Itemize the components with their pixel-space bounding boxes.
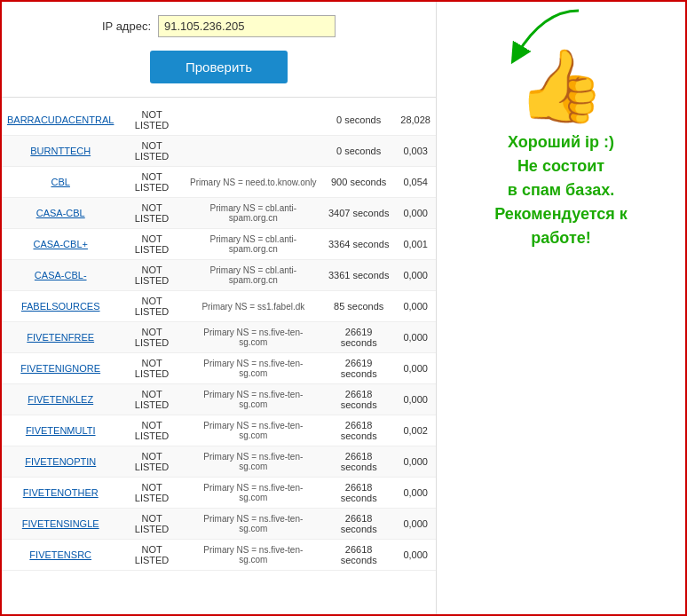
time-cell: 85 seconds xyxy=(322,291,395,322)
time-cell: 3407 seconds xyxy=(322,198,395,229)
status-cell: NOT LISTED xyxy=(119,353,184,384)
ns-cell: Primary NS = cbl.anti-spam.org.cn xyxy=(185,198,322,229)
results-table: BARRACUDACENTRALNOT LISTED0 seconds28,02… xyxy=(2,105,436,571)
time-cell: 26619 seconds xyxy=(322,322,395,353)
score-cell: 0,000 xyxy=(395,446,436,478)
check-button[interactable]: Проверить xyxy=(150,51,288,83)
score-cell: 0,000 xyxy=(395,540,436,571)
blacklist-link[interactable]: CASA-CBL- xyxy=(35,270,87,280)
table-row: CBLNOT LISTEDPrimary NS = need.to.know.o… xyxy=(2,167,436,198)
status-cell: NOT LISTED xyxy=(119,540,184,571)
ns-cell: Primary NS = ss1.fabel.dk xyxy=(185,291,322,322)
score-cell: 0,000 xyxy=(395,478,436,509)
table-row: FIVETENFREENOT LISTEDPrimary NS = ns.fiv… xyxy=(2,322,436,353)
table-row: FIVETENKLEZNOT LISTEDPrimary NS = ns.fiv… xyxy=(2,384,436,415)
ns-cell xyxy=(185,105,322,136)
status-cell: NOT LISTED xyxy=(119,446,184,478)
table-row: BARRACUDACENTRALNOT LISTED0 seconds28,02… xyxy=(2,105,436,136)
score-cell: 0,000 xyxy=(395,260,436,291)
table-row: FABELSOURCESNOT LISTEDPrimary NS = ss1.f… xyxy=(2,291,436,322)
score-cell: 0,000 xyxy=(395,384,436,415)
ns-cell: Primary NS = ns.five-ten-sg.com xyxy=(185,446,322,478)
blacklist-link[interactable]: BURNTTECH xyxy=(30,146,91,156)
blacklist-link[interactable]: FIVETENOPTIN xyxy=(25,456,96,467)
score-cell: 0,002 xyxy=(395,415,436,446)
status-cell: NOT LISTED xyxy=(119,509,184,540)
status-cell: NOT LISTED xyxy=(119,229,184,260)
score-cell: 0,000 xyxy=(395,509,436,540)
good-text-line3: в спам базах. xyxy=(494,178,628,202)
status-cell: NOT LISTED xyxy=(119,167,184,198)
score-cell: 0,003 xyxy=(395,136,436,167)
table-row: BURNTTECHNOT LISTED0 seconds0,003 xyxy=(2,136,436,167)
ns-cell: Primary NS = ns.five-ten-sg.com xyxy=(185,384,322,415)
good-text-line2: Не состоит xyxy=(494,154,628,178)
status-cell: NOT LISTED xyxy=(119,384,184,415)
status-cell: NOT LISTED xyxy=(119,198,184,229)
time-cell: 26618 seconds xyxy=(322,415,395,446)
table-row: FIVETENMULTINOT LISTEDPrimary NS = ns.fi… xyxy=(2,415,436,446)
blacklist-link[interactable]: FIVETENFREE xyxy=(27,332,94,343)
blacklist-link[interactable]: FIVETENIGNORE xyxy=(20,363,100,374)
blacklist-link[interactable]: CASA-CBL xyxy=(36,208,85,218)
ns-cell: Primary NS = ns.five-ten-sg.com xyxy=(185,322,322,353)
status-cell: NOT LISTED xyxy=(119,136,184,167)
ns-cell: Primary NS = cbl.anti-spam.org.cn xyxy=(185,260,322,291)
status-cell: NOT LISTED xyxy=(119,105,184,136)
right-panel: 👍 Хороший ip :) Не состоит в спам базах.… xyxy=(437,2,685,614)
ns-cell: Primary NS = cbl.anti-spam.org.cn xyxy=(185,229,322,260)
ns-cell: Primary NS = ns.five-ten-sg.com xyxy=(185,540,322,571)
blacklist-link[interactable]: BARRACUDACENTRAL xyxy=(7,115,114,125)
score-cell: 0,001 xyxy=(395,229,436,260)
blacklist-link[interactable]: FIVETENSINGLE xyxy=(22,518,99,529)
ip-input[interactable] xyxy=(158,15,336,37)
time-cell: 26618 seconds xyxy=(322,540,395,571)
main-container: IP адрес: Проверить BARRACUDACENTRALNOT … xyxy=(0,0,687,616)
score-cell: 0,000 xyxy=(395,198,436,229)
ns-cell: Primary NS = ns.five-ten-sg.com xyxy=(185,353,322,384)
ns-cell: Primary NS = ns.five-ten-sg.com xyxy=(185,415,322,446)
table-row: FIVETENOTHERNOT LISTEDPrimary NS = ns.fi… xyxy=(2,478,436,509)
time-cell: 26619 seconds xyxy=(322,353,395,384)
table-row: FIVETENOPTINNOT LISTEDPrimary NS = ns.fi… xyxy=(2,446,436,478)
score-cell: 0,000 xyxy=(395,291,436,322)
status-cell: NOT LISTED xyxy=(119,322,184,353)
good-message: Хороший ip :) Не состоит в спам базах. Р… xyxy=(494,130,628,250)
ns-cell: Primary NS = ns.five-ten-sg.com xyxy=(185,509,322,540)
table-row: CASA-CBL-NOT LISTEDPrimary NS = cbl.anti… xyxy=(2,260,436,291)
left-panel: IP адрес: Проверить BARRACUDACENTRALNOT … xyxy=(2,2,437,614)
good-text-line4: Рекомендуется к xyxy=(494,202,628,226)
time-cell: 26618 seconds xyxy=(322,384,395,415)
blacklist-link[interactable]: FIVETENMULTI xyxy=(26,425,96,436)
time-cell: 26618 seconds xyxy=(322,509,395,540)
ip-row: IP адрес: xyxy=(2,11,436,42)
good-text-line5: работе! xyxy=(494,226,628,250)
score-cell: 28,028 xyxy=(395,105,436,136)
ns-cell: Primary NS = need.to.know.only xyxy=(185,167,322,198)
time-cell: 3361 seconds xyxy=(322,260,395,291)
score-cell: 0,054 xyxy=(395,167,436,198)
table-row: CASA-CBLNOT LISTEDPrimary NS = cbl.anti-… xyxy=(2,198,436,229)
time-cell: 26618 seconds xyxy=(322,478,395,509)
blacklist-link[interactable]: CBL xyxy=(51,177,70,187)
table-row: CASA-CBL+NOT LISTEDPrimary NS = cbl.anti… xyxy=(2,229,436,260)
blacklist-link[interactable]: CASA-CBL+ xyxy=(33,239,87,249)
score-cell: 0,000 xyxy=(395,322,436,353)
status-cell: NOT LISTED xyxy=(119,478,184,509)
ns-cell xyxy=(185,136,322,167)
table-row: FIVETENSINGLENOT LISTEDPrimary NS = ns.f… xyxy=(2,509,436,540)
table-row: FIVETENIGNORENOT LISTEDPrimary NS = ns.f… xyxy=(2,353,436,384)
blacklist-link[interactable]: FIVETENKLEZ xyxy=(28,394,93,405)
ip-label: IP адрес: xyxy=(102,20,151,33)
ns-cell: Primary NS = ns.five-ten-sg.com xyxy=(185,478,322,509)
blacklist-link[interactable]: FABELSOURCES xyxy=(21,301,100,312)
time-cell: 3364 seconds xyxy=(322,229,395,260)
blacklist-link[interactable]: FIVETENOTHER xyxy=(23,487,99,498)
good-text-line1: Хороший ip :) xyxy=(494,130,628,154)
time-cell: 26618 seconds xyxy=(322,446,395,478)
time-cell: 0 seconds xyxy=(322,136,395,167)
status-cell: NOT LISTED xyxy=(119,260,184,291)
blacklist-link[interactable]: FIVETENSRC xyxy=(29,549,91,560)
status-cell: NOT LISTED xyxy=(119,291,184,322)
table-row: FIVETENSRCNOT LISTEDPrimary NS = ns.five… xyxy=(2,540,436,571)
